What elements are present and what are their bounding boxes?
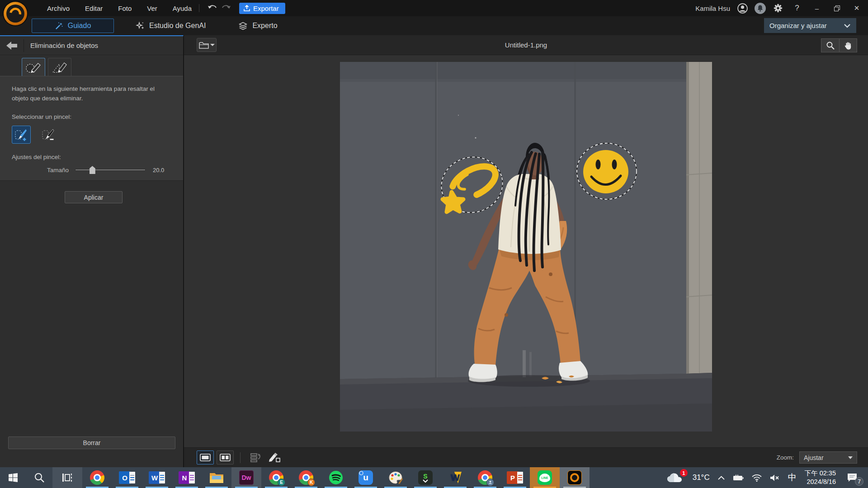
brush-mode-tabs — [0, 55, 183, 76]
titlebar-right: Kamila Hsu — [695, 0, 863, 16]
tab-genai-studio[interactable]: Estudio de GenAI — [136, 21, 206, 30]
paint-palette-icon — [388, 471, 403, 484]
chat-u-glyph: u — [363, 473, 368, 483]
edit-brush-button[interactable] — [265, 450, 283, 465]
battery-tray-icon[interactable] — [729, 467, 748, 488]
taskbar-app-chat-u[interactable]: u — [351, 467, 381, 488]
close-button[interactable]: ✕ — [850, 2, 863, 14]
taskbar-app-snagit[interactable]: S — [410, 467, 440, 488]
powerpoint-icon: P — [507, 471, 523, 484]
pan-tool-button[interactable] — [839, 38, 857, 52]
taskbar-app-chrome[interactable] — [82, 467, 112, 488]
taskbar-app-word[interactable]: W — [142, 467, 172, 488]
gear-icon — [773, 3, 783, 13]
chevron-up-icon — [718, 476, 725, 480]
brush-settings-section: Haga clic en la siguiente herramienta pa… — [0, 76, 183, 181]
minimize-button[interactable]: – — [810, 2, 824, 14]
taskbar-app-dreamweaver[interactable]: Dw — [231, 467, 261, 488]
action-center-button[interactable]: 7 — [840, 467, 864, 488]
menu-foto[interactable]: Foto — [118, 5, 132, 12]
organize-adjust-dropdown[interactable]: Organizar y ajustar — [764, 18, 856, 33]
menu-ver[interactable]: Ver — [147, 5, 157, 12]
paintshop-ring-icon — [570, 473, 579, 482]
brush-settings-label: Ajustes del pincel: — [12, 154, 172, 160]
size-label: Tamaño — [43, 167, 69, 174]
undo-button[interactable] — [206, 3, 219, 14]
canvas-viewport[interactable] — [184, 56, 868, 447]
taskbar-app-powerpoint[interactable]: P — [500, 467, 530, 488]
menu-editar[interactable]: Editar — [85, 5, 103, 12]
tray-expand-button[interactable] — [714, 467, 729, 488]
corel-logo[interactable] — [4, 2, 27, 25]
windows-logo-icon — [8, 473, 18, 483]
sparkles-icon — [136, 21, 145, 30]
zoom-tool-button[interactable] — [821, 38, 839, 52]
tab-edge-brush[interactable] — [48, 58, 71, 76]
instruction-text: Haga clic en la siguiente herramienta pa… — [12, 84, 161, 103]
spotify-icon — [329, 470, 343, 485]
clear-button[interactable]: Borrar — [8, 436, 175, 449]
back-button[interactable] — [0, 36, 24, 55]
open-file-button[interactable] — [197, 38, 217, 52]
profile-badge-k: K — [307, 479, 315, 486]
restore-button[interactable] — [830, 2, 844, 14]
add-brush-icon — [14, 128, 28, 141]
clock-tray[interactable]: 下午 02:35 2024/8/16 — [801, 467, 840, 488]
menu-ayuda[interactable]: Ayuda — [173, 5, 192, 12]
taskbar-app-outlook[interactable]: O — [112, 467, 142, 488]
redo-button[interactable] — [219, 3, 233, 14]
taskbar-app-spotify[interactable] — [321, 467, 351, 488]
menu-archivo[interactable]: Archivo — [47, 5, 70, 12]
corel-swirl-icon — [7, 5, 24, 22]
taskbar-app-chrome-k[interactable]: K — [291, 467, 321, 488]
dreamweaver-icon: Dw — [239, 470, 254, 485]
w-app-glyph: W — [451, 472, 460, 483]
taskbar-app-w[interactable]: W — [440, 467, 470, 488]
taskbar-search-button[interactable] — [26, 467, 52, 488]
weather-tray-icon[interactable]: 1 — [660, 467, 689, 488]
taskbar-app-file-explorer[interactable] — [202, 467, 231, 488]
sticker-smiley[interactable] — [577, 143, 637, 199]
remove-brush-button[interactable] — [39, 126, 58, 144]
workspace-tabrow: Guiado Estudio de GenAI Experto Organiza… — [0, 16, 868, 35]
photo-image[interactable] — [340, 62, 712, 432]
tab-experto[interactable]: Experto — [238, 21, 277, 31]
taskbar-app-chrome-profile[interactable] — [470, 467, 500, 488]
search-icon — [34, 472, 45, 483]
size-slider-thumb[interactable] — [90, 166, 95, 174]
corel-logo-inner — [6, 5, 24, 23]
onenote-icon: N — [179, 471, 195, 484]
single-view-button[interactable] — [197, 450, 214, 465]
taskbar-app-onenote[interactable]: N — [172, 467, 202, 488]
temperature-readout[interactable]: 31°C — [689, 467, 714, 488]
hand-icon — [844, 41, 853, 50]
volume-muted-icon[interactable] — [766, 467, 784, 488]
taskbar-app-paintshop-pro[interactable] — [560, 467, 590, 488]
start-button[interactable] — [0, 467, 26, 488]
taskbar-app-line[interactable]: LINE — [530, 467, 560, 488]
size-slider[interactable] — [75, 169, 146, 171]
ime-indicator[interactable]: 中 — [784, 467, 801, 488]
wifi-tray-icon[interactable] — [748, 467, 766, 488]
task-view-button[interactable] — [52, 467, 82, 488]
magnifier-icon — [826, 41, 835, 50]
split-view-button[interactable] — [217, 450, 234, 465]
zoom-select[interactable]: Ajustar — [799, 451, 857, 464]
panel-header: Eliminación de objetos — [0, 36, 183, 55]
taskbar-app-paint[interactable] — [381, 467, 410, 488]
apply-button[interactable]: Aplicar — [65, 191, 123, 203]
tray-time: 下午 02:35 — [805, 469, 836, 478]
notifications-button[interactable] — [755, 3, 766, 14]
bell-icon — [757, 5, 764, 12]
settings-button[interactable] — [772, 2, 784, 14]
action-center-badge: 7 — [855, 477, 863, 486]
export-button[interactable]: Exportar — [239, 3, 285, 14]
add-brush-button[interactable] — [12, 126, 31, 144]
canvas-toolbar-bottom: Zoom: Ajustar — [184, 447, 868, 467]
tab-guiado[interactable]: Guiado — [32, 19, 114, 33]
taskbar-app-chrome-e[interactable]: E — [261, 467, 291, 488]
help-button[interactable]: ? — [790, 2, 804, 14]
account-button[interactable] — [736, 2, 748, 14]
tab-selection-brush[interactable] — [22, 58, 45, 76]
size-slider-row: Tamaño 20.0 — [12, 167, 172, 174]
